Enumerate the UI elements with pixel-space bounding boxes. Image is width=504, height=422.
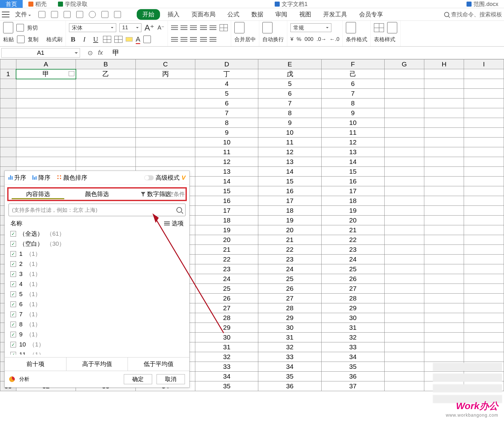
- cell[interactable]: 6: [321, 79, 384, 89]
- cell[interactable]: 26: [258, 284, 321, 294]
- filter-item[interactable]: ✓7（1）: [10, 309, 184, 319]
- filter-search[interactable]: (支持多条件过滤，例如：北京 上海): [9, 204, 186, 216]
- global-search[interactable]: 查找命令、搜索模板: [444, 11, 502, 18]
- checkbox-icon[interactable]: ✓: [10, 251, 16, 257]
- shrink-font-icon[interactable]: A⁻: [158, 24, 164, 31]
- cell[interactable]: 20: [321, 216, 384, 225]
- cell[interactable]: 33: [258, 352, 321, 362]
- ok-button[interactable]: 确定: [124, 374, 152, 384]
- italic-button[interactable]: I: [80, 35, 89, 43]
- cell[interactable]: 24: [258, 264, 321, 274]
- cell[interactable]: 36: [321, 372, 384, 381]
- checkbox-icon[interactable]: ✓: [10, 261, 16, 267]
- percent-icon[interactable]: %: [297, 36, 301, 42]
- cell[interactable]: 13: [195, 167, 258, 177]
- filter-item[interactable]: ✓5（1）: [10, 289, 184, 299]
- cell[interactable]: [16, 98, 76, 108]
- cell[interactable]: 33: [195, 362, 258, 372]
- cell[interactable]: 5: [258, 79, 321, 89]
- cell[interactable]: 31: [258, 333, 321, 342]
- cell[interactable]: 4: [195, 79, 258, 89]
- cell[interactable]: 35: [321, 362, 384, 372]
- cell[interactable]: 21: [321, 225, 384, 235]
- bold-button[interactable]: B: [69, 35, 77, 43]
- tab-home[interactable]: 首页: [0, 0, 23, 8]
- row-hdr[interactable]: 1: [0, 69, 16, 79]
- cell[interactable]: 乙: [76, 69, 136, 79]
- cell[interactable]: [16, 89, 76, 98]
- filter-item[interactable]: ✓2（1）: [10, 259, 184, 269]
- halign[interactable]: [171, 37, 197, 42]
- cell[interactable]: 36: [258, 381, 321, 391]
- cell[interactable]: 11: [195, 147, 258, 157]
- filter-item[interactable]: ✓6（1）: [10, 299, 184, 309]
- cell[interactable]: 12: [321, 138, 384, 147]
- merge-label[interactable]: 合并居中: [234, 36, 256, 43]
- fx-icon[interactable]: fx: [98, 49, 103, 57]
- checkbox-icon[interactable]: ✓: [10, 312, 16, 317]
- col-header-row[interactable]: A B C D E F G H I: [0, 59, 504, 69]
- filter-item[interactable]: ✓10（1）: [10, 340, 184, 350]
- col-G[interactable]: G: [384, 59, 424, 69]
- condfmt-icon[interactable]: [346, 22, 356, 33]
- filter-item[interactable]: ✓1（1）: [10, 249, 184, 259]
- style2-icon[interactable]: [387, 22, 397, 33]
- cell[interactable]: 23: [321, 245, 384, 255]
- qa-icon[interactable]: [89, 11, 96, 18]
- qa-icon[interactable]: [101, 11, 108, 18]
- cell[interactable]: 戊: [258, 69, 321, 79]
- qa-icon[interactable]: [114, 11, 121, 18]
- qa-icon[interactable]: [51, 11, 58, 18]
- below-avg-button[interactable]: 低于平均值: [128, 357, 189, 371]
- cell[interactable]: 13: [258, 157, 321, 167]
- menu-member[interactable]: 会员专享: [355, 9, 387, 20]
- cell[interactable]: 34: [321, 352, 384, 362]
- list-options[interactable]: 选项: [164, 219, 184, 228]
- cancel-button[interactable]: 取消: [157, 374, 185, 384]
- cell[interactable]: 8: [258, 108, 321, 118]
- col-A[interactable]: A: [16, 59, 76, 69]
- row-hdr[interactable]: [0, 118, 16, 128]
- cell[interactable]: 11: [258, 138, 321, 147]
- cell[interactable]: [16, 118, 76, 128]
- size-combo[interactable]: 11: [119, 23, 141, 32]
- row-hdr[interactable]: [0, 147, 16, 157]
- cell[interactable]: 20: [195, 235, 258, 245]
- cell[interactable]: 27: [321, 284, 384, 294]
- row-hdr[interactable]: [0, 128, 16, 138]
- cell[interactable]: 33: [321, 342, 384, 352]
- cell[interactable]: 10: [321, 118, 384, 128]
- valign[interactable]: [171, 25, 197, 31]
- filter-item[interactable]: ✓（全选）（61）: [10, 229, 184, 239]
- cell[interactable]: 21: [195, 245, 258, 255]
- currency-icon[interactable]: ¥: [290, 36, 293, 42]
- cell[interactable]: 17: [321, 186, 384, 196]
- cell[interactable]: 16: [321, 177, 384, 186]
- cell[interactable]: 19: [321, 206, 384, 216]
- cell[interactable]: [16, 138, 76, 147]
- cell[interactable]: 22: [321, 235, 384, 245]
- paste-icon[interactable]: [3, 22, 13, 33]
- cell[interactable]: 20: [258, 225, 321, 235]
- copy-icon[interactable]: [17, 36, 25, 43]
- qa-icon[interactable]: [38, 11, 45, 18]
- cell[interactable]: 6: [195, 98, 258, 108]
- cell[interactable]: 30: [321, 313, 384, 323]
- halign2[interactable]: [200, 37, 216, 42]
- cell[interactable]: 25: [321, 264, 384, 274]
- clear-fmt-icon[interactable]: [143, 36, 151, 43]
- cell[interactable]: 22: [195, 255, 258, 264]
- cell[interactable]: 26: [195, 294, 258, 303]
- cell[interactable]: 13: [321, 147, 384, 157]
- checkbox-icon[interactable]: ✓: [10, 271, 16, 277]
- row-hdr[interactable]: [0, 89, 16, 98]
- cell[interactable]: 34: [195, 372, 258, 381]
- cell[interactable]: 10: [258, 128, 321, 138]
- cell[interactable]: 28: [321, 294, 384, 303]
- cell[interactable]: 6: [258, 89, 321, 98]
- cell[interactable]: [16, 79, 76, 89]
- grow-font-icon[interactable]: A⁺: [145, 23, 154, 33]
- cell[interactable]: 21: [258, 235, 321, 245]
- checkbox-icon[interactable]: ✓: [10, 231, 16, 237]
- painter-label[interactable]: 格式刷: [46, 36, 62, 43]
